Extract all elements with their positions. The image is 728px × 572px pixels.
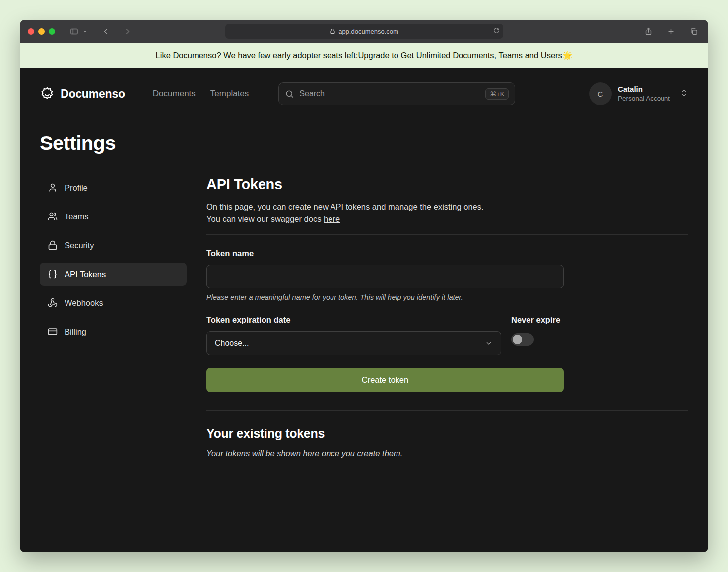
page-title: Settings [40, 132, 688, 154]
expiration-label: Token expiration date [206, 315, 501, 325]
api-tokens-panel: API Tokens On this page, you can create … [206, 176, 688, 458]
docs-text: You can view our swagger docs [206, 214, 324, 223]
traffic-lights [28, 28, 55, 35]
swagger-docs-link[interactable]: here [324, 214, 340, 223]
section-description: On this page, you can create new API tok… [206, 202, 484, 211]
existing-tokens-title: Your existing tokens [206, 427, 688, 441]
sidebar-item-label: Webhooks [65, 298, 103, 308]
promo-banner: Like Documenso? We have few early adopte… [20, 43, 708, 68]
brand-name: Documenso [61, 87, 125, 101]
nav-templates[interactable]: Templates [210, 89, 249, 99]
new-tab-icon[interactable] [665, 25, 677, 38]
star-emoji: 🌟 [562, 51, 573, 60]
search-input[interactable]: Search ⌘+K [278, 82, 515, 105]
expiration-value: Choose... [215, 339, 249, 348]
tab-overview-chevron-icon[interactable] [80, 27, 90, 36]
never-expire-toggle[interactable] [511, 333, 534, 346]
user-icon [48, 183, 58, 193]
divider [206, 410, 688, 411]
back-button[interactable] [100, 25, 112, 38]
sidebar-toggle-icon[interactable] [68, 25, 80, 38]
url-text: app.documenso.com [338, 28, 398, 35]
token-name-label: Token name [206, 249, 564, 258]
sidebar-item-label: Teams [65, 212, 89, 221]
documenso-logo-icon [40, 86, 55, 101]
sidebar-item-profile[interactable]: Profile [40, 176, 187, 199]
sidebar-item-billing[interactable]: Billing [40, 320, 187, 343]
account-menu[interactable]: C Catalin Personal Account [589, 82, 688, 105]
sidebar-item-teams[interactable]: Teams [40, 205, 187, 228]
account-type: Personal Account [618, 94, 670, 103]
divider [206, 234, 688, 235]
browser-chrome: app.documenso.com [20, 20, 708, 43]
create-token-button[interactable]: Create token [206, 368, 564, 392]
tls-lock-icon [330, 28, 335, 34]
token-name-help: Please enter a meaningful name for your … [206, 293, 564, 301]
toggle-knob [513, 335, 522, 344]
search-placeholder: Search [299, 89, 325, 98]
address-bar[interactable]: app.documenso.com [225, 24, 503, 39]
sidebar-item-label: Security [65, 241, 94, 250]
chevron-down-icon [485, 339, 493, 347]
users-icon [48, 212, 58, 221]
minimize-window-button[interactable] [38, 28, 45, 35]
close-window-button[interactable] [28, 28, 34, 35]
nav-documents[interactable]: Documents [153, 89, 196, 99]
top-nav: Documents Templates [153, 89, 249, 99]
account-name: Catalin [618, 84, 670, 94]
expiration-select[interactable]: Choose... [206, 331, 501, 355]
sidebar-item-webhooks[interactable]: Webhooks [40, 291, 187, 314]
sidebar-item-api-tokens[interactable]: API Tokens [40, 263, 187, 286]
chevrons-up-down-icon [680, 89, 688, 99]
sidebar-item-security[interactable]: Security [40, 234, 187, 257]
never-expire-label: Never expire [511, 315, 564, 325]
sidebar-item-label: API Tokens [65, 270, 106, 279]
sidebar-item-label: Profile [65, 183, 88, 193]
tab-overview-icon[interactable] [688, 25, 700, 38]
search-shortcut-badge: ⌘+K [485, 88, 509, 100]
forward-button[interactable] [121, 25, 133, 38]
avatar: C [589, 82, 612, 105]
share-icon[interactable] [642, 25, 655, 38]
app-header: Documenso Documents Templates Search ⌘+K… [40, 68, 688, 120]
settings-nav: Profile Teams Security API Tokens Webhoo… [40, 176, 187, 458]
promo-text: Like Documenso? We have few early adopte… [156, 51, 358, 60]
token-name-input[interactable] [206, 265, 564, 288]
existing-tokens-empty-text: Your tokens will be shown here once you … [206, 449, 688, 458]
brand[interactable]: Documenso [40, 86, 125, 101]
search-icon [285, 89, 294, 99]
upgrade-link[interactable]: Upgrade to Get Unlimited Documents, Team… [358, 51, 562, 60]
documenso-app: Documenso Documents Templates Search ⌘+K… [20, 68, 708, 552]
reload-icon[interactable] [493, 27, 500, 35]
sidebar-item-label: Billing [65, 327, 86, 337]
section-title: API Tokens [206, 176, 688, 193]
browser-window: app.documenso.com Like Documenso? We hav… [20, 20, 708, 552]
zoom-window-button[interactable] [49, 28, 55, 35]
create-token-form: Token name Please enter a meaningful nam… [206, 249, 564, 392]
webhook-icon [48, 298, 58, 308]
credit-card-icon [48, 327, 58, 337]
braces-icon [48, 269, 58, 279]
lock-icon [48, 240, 58, 250]
